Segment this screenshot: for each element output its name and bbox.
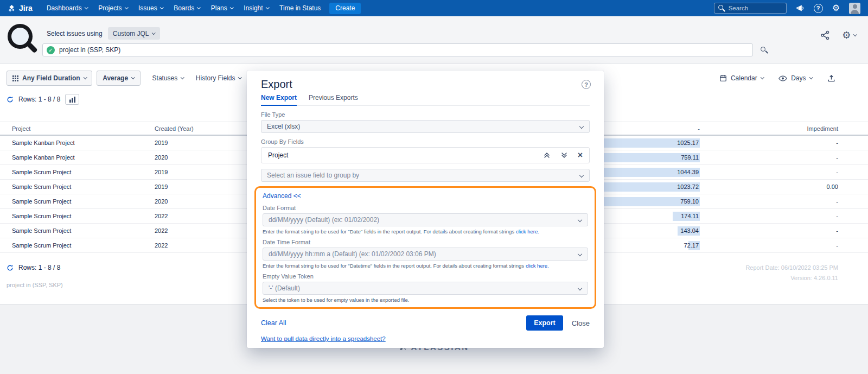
- value-label: 72.17: [684, 242, 700, 249]
- filter-actions: ⚙: [820, 30, 856, 40]
- calendar-icon: [719, 74, 727, 82]
- nav-item-insight[interactable]: Insight: [244, 4, 269, 12]
- advanced-toggle-link[interactable]: Advanced <<: [263, 192, 301, 200]
- jql-mode-dropdown[interactable]: Custom JQL: [108, 27, 160, 40]
- chevron-down-icon: [84, 75, 87, 79]
- cell-impediment: -: [700, 213, 868, 219]
- history-fields-dropdown[interactable]: History Fields: [196, 74, 241, 82]
- group-by-item: Project ×: [261, 147, 590, 163]
- file-type-select[interactable]: Excel (xlsx): [261, 120, 590, 133]
- datetime-format-select[interactable]: dd/MM/yyyy hh:mm a (Default) (ex: 01/02/…: [263, 248, 588, 261]
- nav-item-dashboards[interactable]: Dashboards: [47, 4, 87, 12]
- settings-icon[interactable]: ⚙: [832, 4, 840, 12]
- group-by-label: Group By Fields: [261, 138, 590, 145]
- cell-impediment: -: [700, 227, 868, 234]
- value-label: 759.10: [680, 198, 700, 205]
- cell-project: Sample Scrum Project: [0, 242, 155, 249]
- export-report-button[interactable]: [827, 74, 835, 83]
- filter-section: Select issues using Custom JQL ✓ project…: [0, 16, 868, 64]
- avatar[interactable]: [849, 3, 860, 14]
- refresh-icon[interactable]: [7, 96, 14, 103]
- file-type-label: File Type: [261, 111, 590, 118]
- jql-search-icon[interactable]: [761, 47, 768, 54]
- cell-project: Sample Scrum Project: [0, 213, 155, 219]
- valid-check-icon: ✓: [47, 46, 55, 54]
- nav-menu: DashboardsProjectsIssuesBoardsPlansInsig…: [47, 4, 321, 12]
- statuses-dropdown[interactable]: Statuses: [152, 74, 184, 82]
- chevron-down-icon: [266, 5, 269, 9]
- jql-input[interactable]: ✓ project in (SSP, SKP): [42, 43, 753, 56]
- aggregate-dropdown[interactable]: Average: [97, 71, 140, 86]
- cell-impediment: -: [700, 242, 868, 249]
- tab-previous-exports[interactable]: Previous Exports: [309, 94, 358, 105]
- value-label: 1044.39: [677, 169, 700, 175]
- move-up-icon[interactable]: [543, 151, 551, 159]
- chevron-down-icon: [160, 5, 163, 9]
- empty-token-help: Select the token to be used for empty va…: [263, 297, 588, 303]
- modal-help-icon[interactable]: ?: [582, 80, 591, 89]
- chevron-down-icon: [239, 75, 242, 79]
- column-header-impediment[interactable]: Impediment: [700, 125, 868, 132]
- report-settings-dropdown[interactable]: ⚙: [842, 30, 856, 40]
- calendar-dropdown[interactable]: Calendar: [719, 74, 763, 82]
- chevron-down-icon: [761, 75, 764, 79]
- click-here-link[interactable]: click here.: [516, 229, 539, 234]
- tab-new-export[interactable]: New Export: [261, 94, 297, 106]
- nav-search[interactable]: [714, 3, 787, 14]
- nav-search-input[interactable]: [729, 5, 782, 11]
- cell-created-year: 2019: [155, 169, 247, 175]
- create-button[interactable]: Create: [329, 3, 361, 14]
- nav-item-projects[interactable]: Projects: [98, 4, 127, 12]
- nav-item-boards[interactable]: Boards: [174, 4, 200, 12]
- chevron-down-icon: [578, 252, 582, 256]
- refresh-icon[interactable]: [7, 264, 14, 271]
- magnifier-logo: [8, 24, 33, 49]
- export-button[interactable]: Export: [526, 315, 563, 331]
- value-label: 174.11: [681, 213, 700, 219]
- modal-footer: Clear All Export Close: [261, 315, 590, 331]
- search-icon: [718, 5, 725, 12]
- cell-impediment: -: [700, 198, 868, 205]
- column-header-project[interactable]: Project: [0, 125, 155, 132]
- brand-label: Jira: [19, 4, 33, 12]
- rows-info-bottom: Rows: 1 - 8 / 8: [7, 264, 60, 271]
- close-button[interactable]: Close: [572, 319, 590, 327]
- share-icon[interactable]: [820, 30, 830, 40]
- days-dropdown[interactable]: Days: [778, 74, 812, 82]
- date-format-select[interactable]: dd/MM/yyyy (Default) (ex: 01/02/2002): [263, 213, 588, 226]
- empty-token-select[interactable]: '-' (Default): [263, 282, 588, 295]
- group-item-actions: ×: [543, 151, 583, 160]
- chevron-down-icon: [578, 218, 582, 222]
- bar-chart-icon: [69, 97, 76, 103]
- value-label: 143.04: [680, 227, 700, 234]
- chevron-down-icon: [230, 5, 233, 9]
- clear-all-link[interactable]: Clear All: [261, 319, 286, 327]
- rows-info-top: Rows: 1 - 8 / 8: [7, 94, 79, 105]
- version-label: Version: 4.26.0.11: [745, 273, 838, 283]
- nav-item-time-in-status[interactable]: Time in Status: [279, 4, 321, 12]
- jira-mark-icon: [8, 4, 16, 12]
- cell-created-year: 2022: [155, 213, 247, 219]
- nav-item-issues[interactable]: Issues: [138, 4, 163, 12]
- chevron-down-icon: [578, 286, 582, 290]
- grid-icon: [12, 75, 18, 81]
- click-here-link[interactable]: click here.: [526, 263, 549, 269]
- chevron-down-icon: [853, 33, 857, 36]
- announcement-icon[interactable]: [796, 4, 805, 12]
- group-by-select[interactable]: Select an issue field to group by: [261, 169, 590, 182]
- move-down-icon[interactable]: [560, 151, 568, 159]
- chevron-down-icon: [152, 31, 155, 34]
- nav-right: ? ⚙: [714, 3, 860, 14]
- chevron-down-icon: [197, 5, 200, 9]
- nav-item-plans[interactable]: Plans: [211, 4, 233, 12]
- spreadsheet-link[interactable]: Want to pull data directly into a spread…: [261, 335, 386, 342]
- cell-created-year: 2022: [155, 227, 247, 234]
- jira-logo[interactable]: Jira: [8, 4, 33, 12]
- remove-icon[interactable]: ×: [578, 151, 583, 160]
- field-duration-dropdown[interactable]: Any Field Duration: [7, 71, 92, 86]
- cell-created-year: 2022: [155, 242, 247, 249]
- column-header-created-year[interactable]: Created (Year): [155, 125, 247, 132]
- toolbar-right: Calendar Days: [719, 74, 835, 83]
- help-icon[interactable]: ?: [814, 4, 823, 13]
- chart-toggle-button[interactable]: [65, 94, 79, 105]
